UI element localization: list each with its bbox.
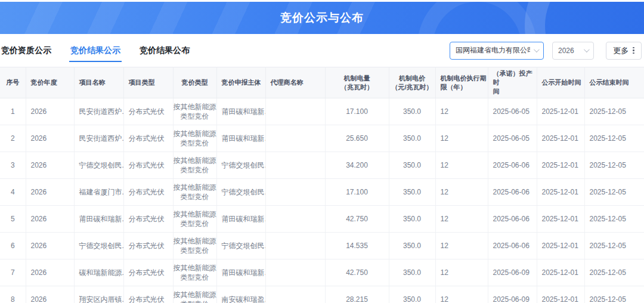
cell: 2025-06-09 — [488, 286, 537, 303]
tab-3[interactable]: 竞价结果公布 — [138, 39, 191, 62]
cell: 2026 — [26, 233, 74, 259]
cell: 莆田碳和瑞新... — [216, 206, 265, 233]
cell: 350.0 — [389, 98, 435, 125]
cell: 6 — [0, 233, 26, 259]
cell: 2026 — [26, 152, 74, 179]
cell: 8 — [0, 286, 26, 303]
table-row[interactable]: 12026民安街道西炉...分布式光伏按其他新能源类型竞价莆田碳和瑞新...17… — [0, 98, 644, 125]
cell: 2025-12-01 — [537, 125, 584, 152]
cell: 2025-06-06 — [488, 206, 537, 233]
col-header: 序号 — [0, 67, 26, 98]
col-header: 机制电价 （元/兆瓦时） — [389, 67, 435, 98]
cell: 2025-12-01 — [537, 206, 584, 233]
table-row[interactable]: 82026翔安区内厝镇...分布式光伏按其他新能源类型竞价南安碳和瑞盈...28… — [0, 286, 644, 303]
cell — [265, 206, 325, 233]
cell: 莆田碳和瑞新... — [216, 98, 265, 125]
col-header: 公示开始时间 — [537, 67, 584, 98]
cell: 12 — [435, 286, 488, 303]
cell: 350.0 — [389, 233, 435, 259]
cell: 2025-06-06 — [488, 233, 537, 259]
cell: 12 — [435, 259, 488, 286]
cell: 按其他新能源类型竞价 — [173, 286, 216, 303]
cell: 25.650 — [325, 125, 389, 152]
cell: 分布式光伏 — [123, 125, 173, 152]
tab-2[interactable]: 竞价结果公示 — [69, 39, 122, 62]
banner-swirl-decoration-2 — [417, 2, 537, 34]
cell: 2025-12-01 — [537, 179, 584, 206]
chevron-down-icon — [534, 47, 540, 52]
col-header: 机制电量 （兆瓦时） — [325, 67, 389, 98]
cell: 分布式光伏 — [123, 98, 173, 125]
cell: 17.100 — [325, 98, 389, 125]
cell: 民安街道西炉... — [74, 98, 123, 125]
col-header: 机制电价执行期 限（年） — [435, 67, 488, 98]
cell: 2025-06-05 — [488, 125, 537, 152]
cell — [265, 179, 325, 206]
col-header: 项目类型 — [123, 67, 173, 98]
cell: 42.750 — [325, 259, 389, 286]
col-header: 项目名称 — [74, 67, 123, 98]
cell: 分布式光伏 — [123, 259, 173, 286]
cell: 南安碳和瑞盈... — [216, 286, 265, 303]
page: 竞价公示与公布 竞价资质公示竞价结果公示竞价结果公布 国网福建省电力有限公司 2… — [0, 2, 644, 303]
table-header-row: 序号竞价年度项目名称项目类型竞价类型竞价申报主体代理商名称机制电量 （兆瓦时）机… — [0, 67, 644, 98]
cell: 2026 — [26, 286, 74, 303]
cell: 2025-12-01 — [537, 259, 584, 286]
col-header: 竞价类型 — [173, 67, 216, 98]
cell: 民安街道西炉... — [74, 125, 123, 152]
cell: 宁德交垠创民... — [216, 179, 265, 206]
cell: 2025-06-06 — [488, 152, 537, 179]
cell: 4 — [0, 179, 26, 206]
page-banner: 竞价公示与公布 — [0, 2, 644, 34]
cell: 2026 — [26, 98, 74, 125]
cell: 12 — [435, 233, 488, 259]
cell: 3 — [0, 152, 26, 179]
col-header: 竞价申报主体 — [216, 67, 265, 98]
cell: 宁德交垠创民... — [216, 233, 265, 259]
cell: 2025-12-01 — [537, 152, 584, 179]
cell: 2025-12-01 — [537, 286, 584, 303]
cell: 分布式光伏 — [123, 233, 173, 259]
more-button[interactable]: 更多 — [606, 42, 642, 60]
cell: 5 — [0, 206, 26, 233]
table-row[interactable]: 22026民安街道西炉...分布式光伏按其他新能源类型竞价莆田碳和瑞新...25… — [0, 125, 644, 152]
table-row[interactable]: 72026碳和瑞新能源...分布式光伏按其他新能源类型竞价莆田碳和瑞新...42… — [0, 259, 644, 286]
year-select[interactable]: 2026 — [552, 42, 594, 60]
cell — [265, 152, 325, 179]
cell: 按其他新能源类型竞价 — [173, 233, 216, 259]
cell: 2025-12-05 — [584, 98, 644, 125]
table-row[interactable]: 42026福建省厦门市...分布式光伏按其他新能源类型竞价宁德交垠创民...17… — [0, 179, 644, 206]
table-row[interactable]: 62026宁德交垠创民...分布式光伏按其他新能源类型竞价宁德交垠创民...14… — [0, 233, 644, 259]
banner-swirl-decoration — [525, 2, 644, 34]
cell: 2026 — [26, 179, 74, 206]
cell: 按其他新能源类型竞价 — [173, 125, 216, 152]
table-row[interactable]: 32026宁德交垠创民...分布式光伏按其他新能源类型竞价宁德交垠创民...34… — [0, 152, 644, 179]
cell: 350.0 — [389, 206, 435, 233]
cell: 12 — [435, 206, 488, 233]
cell: 2026 — [26, 259, 74, 286]
cell — [265, 233, 325, 259]
cell: 2026 — [26, 125, 74, 152]
cell: 12 — [435, 152, 488, 179]
cell: 2025-12-05 — [584, 125, 644, 152]
cell: 莆田碳和瑞新... — [74, 206, 123, 233]
cell: 34.200 — [325, 152, 389, 179]
cell: 350.0 — [389, 179, 435, 206]
cell: 28.215 — [325, 286, 389, 303]
table-row[interactable]: 52026莆田碳和瑞新...分布式光伏按其他新能源类型竞价莆田碳和瑞新...42… — [0, 206, 644, 233]
cell: 2025-06-06 — [488, 179, 537, 206]
cell: 福建省厦门市... — [74, 179, 123, 206]
company-select[interactable]: 国网福建省电力有限公司 — [450, 42, 544, 60]
tab-bar: 竞价资质公示竞价结果公示竞价结果公布 — [0, 39, 191, 62]
tab-1[interactable]: 竞价资质公示 — [0, 39, 52, 62]
cell: 12 — [435, 98, 488, 125]
cell: 2025-12-01 — [537, 233, 584, 259]
cell: 莆田碳和瑞新... — [216, 125, 265, 152]
cell: 17.100 — [325, 179, 389, 206]
cell: 2025-12-05 — [584, 206, 644, 233]
cell: 按其他新能源类型竞价 — [173, 259, 216, 286]
cell: 宁德交垠创民... — [74, 233, 123, 259]
cell: 2 — [0, 125, 26, 152]
page-title: 竞价公示与公布 — [280, 10, 364, 26]
cell: 2025-12-05 — [584, 152, 644, 179]
